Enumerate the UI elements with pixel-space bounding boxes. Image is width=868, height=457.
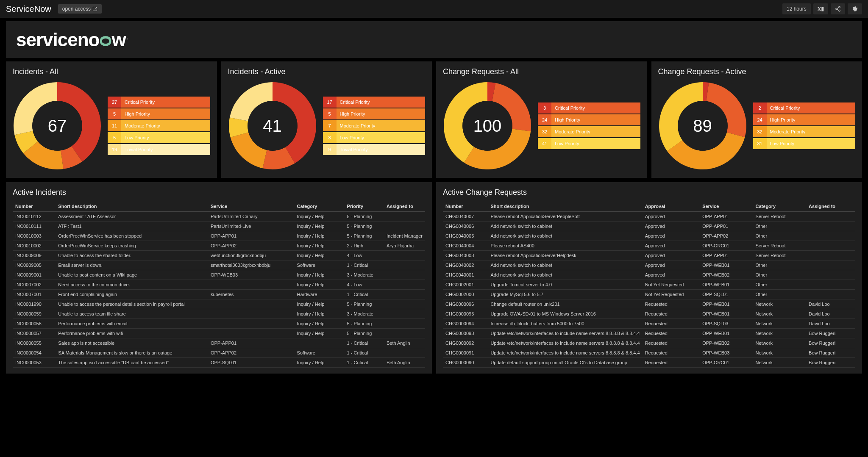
legend-item[interactable]: 32Moderate Priority (753, 126, 856, 137)
table-row[interactable]: INC0000057Performance problems with wifi… (13, 329, 425, 338)
legend-item[interactable]: 5High Priority (108, 108, 210, 119)
table-cell: Assessment : ATF Assessor (56, 212, 208, 222)
table-row[interactable]: CHG0040006Add network switch to cabinetA… (443, 222, 855, 231)
legend-item[interactable]: 7Moderate Priority (323, 120, 426, 131)
table-header[interactable]: Number (443, 201, 488, 212)
table-row[interactable]: INC0007001Front end complaining againkub… (13, 290, 425, 299)
donut-chart[interactable]: 41 (228, 81, 317, 170)
table-row[interactable]: INC0009005Email server is down.smarthote… (13, 260, 425, 270)
table-header[interactable]: Approval (643, 201, 700, 212)
table-header[interactable]: Category (295, 201, 345, 212)
legend-item[interactable]: 31Low Priority (753, 138, 856, 149)
table-cell: OPP-WEB01 (700, 329, 753, 338)
table-row[interactable]: INC0010112Assessment : ATF AssessorParts… (13, 212, 425, 222)
table-cell: Network (753, 358, 807, 368)
table-row[interactable]: CHG0040002Add network switch to cabinetA… (443, 260, 855, 270)
settings-button[interactable] (848, 3, 862, 14)
table-row[interactable]: CHG0000096Change default router on unix2… (443, 299, 855, 309)
table-cell: Upgrade OWA-SD-01 to MS Windows Server 2… (488, 309, 642, 319)
table-row[interactable]: CHG0040005Add network switch to cabinetA… (443, 231, 855, 241)
table-cell: CHG0040006 (443, 222, 488, 231)
table-header[interactable]: Service (700, 201, 753, 212)
legend-item[interactable]: 9Trivial Priority (323, 144, 426, 155)
legend-item[interactable]: 11Moderate Priority (108, 120, 210, 131)
legend-item[interactable]: 41Low Priority (538, 138, 640, 149)
table-cell (384, 260, 425, 270)
chart-card: Change Requests - Active892Critical Prio… (651, 61, 862, 178)
table-row[interactable]: INC0010003OrderProcWinService has been s… (13, 231, 425, 241)
table-row[interactable]: INC0010111ATF : Test1PartsUnlimited-Live… (13, 222, 425, 231)
table-header[interactable]: Short description (56, 201, 208, 212)
table-cell: Inquiry / Help (295, 241, 345, 251)
table-row[interactable]: CHG0040007Please reboot ApplicationServe… (443, 212, 855, 222)
table-cell: OPP-ORC01 (700, 358, 753, 368)
table-row[interactable]: CHG0000093Update /etc/network/interfaces… (443, 329, 855, 338)
table-cell: OPP-WEB01 (700, 309, 753, 319)
table-row[interactable]: CHG0040003Please reboot ApplicationServe… (443, 251, 855, 260)
table-cell: INC0009005 (13, 260, 56, 270)
table-header[interactable]: Category (753, 201, 807, 212)
table-cell (806, 280, 855, 290)
table-cell: Inquiry / Help (295, 319, 345, 329)
legend-item[interactable]: 2Critical Priority (753, 102, 856, 114)
legend-item[interactable]: 32Moderate Priority (538, 126, 640, 137)
share-button[interactable] (831, 3, 845, 14)
table-header[interactable]: Number (13, 201, 56, 212)
table-row[interactable]: INC0000053The sales app isn't accessible… (13, 358, 425, 368)
legend-item[interactable]: 5Low Priority (108, 132, 210, 143)
table-row[interactable]: CHG0000090Update default support group o… (443, 358, 855, 368)
gear-icon (852, 6, 858, 12)
table-row[interactable]: CHG0000092Update /etc/network/interfaces… (443, 338, 855, 348)
legend-item[interactable]: 24High Priority (538, 114, 640, 125)
legend-item[interactable]: 3Low Priority (323, 132, 426, 143)
legend-item[interactable]: 24High Priority (753, 114, 856, 125)
svg-point-2 (839, 10, 840, 11)
export-excel-button[interactable]: X▮ (813, 3, 828, 14)
legend-label: Low Priority (767, 138, 856, 149)
table-cell (806, 270, 855, 280)
legend-item[interactable]: 27Critical Priority (108, 97, 210, 108)
table-row[interactable]: INC0010002OrderProcWinService keeps cras… (13, 241, 425, 251)
legend-value: 5 (108, 132, 121, 143)
legend-label: Moderate Priority (551, 126, 640, 137)
table-row[interactable]: CHG0002001Upgrade Tomcat server to 4.0No… (443, 280, 855, 290)
table-row[interactable]: INC0001990Unable to access the personal … (13, 299, 425, 309)
table-header[interactable]: Assigned to (806, 201, 855, 212)
donut-chart[interactable]: 100 (443, 81, 532, 170)
table-cell: INC0000053 (13, 358, 56, 368)
open-access-button[interactable]: open access (58, 4, 102, 14)
table-cell: 3 - Moderate (345, 270, 384, 280)
table-row[interactable]: INC0000054SA Materials Management is slo… (13, 348, 425, 358)
table-row[interactable]: INC0007002Need access to the common driv… (13, 280, 425, 290)
time-range-dropdown[interactable]: 12 hours (782, 3, 811, 14)
table-row[interactable]: CHG0040004Please reboot AS400ApprovedOPP… (443, 241, 855, 251)
table-row[interactable]: CHG0040001Add network switch to cabinetA… (443, 270, 855, 280)
table-row[interactable]: INC0000058Performance problems with emai… (13, 319, 425, 329)
table-header[interactable]: Service (208, 201, 295, 212)
table-row[interactable]: INC0000055Sales app is not accessibleOPP… (13, 338, 425, 348)
table-header[interactable]: Assigned to (384, 201, 425, 212)
table-row[interactable]: INC0009009Unable to access the shared fo… (13, 251, 425, 260)
table-header[interactable]: Short description (488, 201, 642, 212)
table-cell: 5 - Planning (345, 222, 384, 231)
table-row[interactable]: CHG0000091Update /etc/network/interfaces… (443, 348, 855, 358)
legend-item[interactable]: 5High Priority (323, 108, 426, 119)
table-cell: Network (753, 348, 807, 358)
legend-item[interactable]: 19Trivial Priority (108, 144, 210, 155)
table-cell: CHG0040005 (443, 231, 488, 241)
legend-item[interactable]: 17Critical Priority (323, 97, 426, 108)
table-row[interactable]: CHG0000094Increase db_block_buffers from… (443, 319, 855, 329)
table-row[interactable]: INC0009001Unable to post content on a Wi… (13, 270, 425, 280)
donut-chart[interactable]: 89 (658, 81, 747, 170)
table-cell: OPP-WEB02 (700, 270, 753, 280)
table-header[interactable]: Priority (345, 201, 384, 212)
chart-legend: 2Critical Priority24High Priority32Moder… (753, 102, 856, 149)
table-cell: Unable to access the personal details se… (56, 299, 208, 309)
table-cell: Inquiry / Help (295, 270, 345, 280)
table-cell: CHG0040004 (443, 241, 488, 251)
legend-item[interactable]: 3Critical Priority (538, 102, 640, 114)
donut-chart[interactable]: 67 (13, 81, 102, 170)
table-row[interactable]: CHG0000095Upgrade OWA-SD-01 to MS Window… (443, 309, 855, 319)
table-row[interactable]: CHG0002000Upgrade MySql 5.6 to 5.7Not Ye… (443, 290, 855, 299)
table-row[interactable]: INC0000059Unable to access team file sha… (13, 309, 425, 319)
